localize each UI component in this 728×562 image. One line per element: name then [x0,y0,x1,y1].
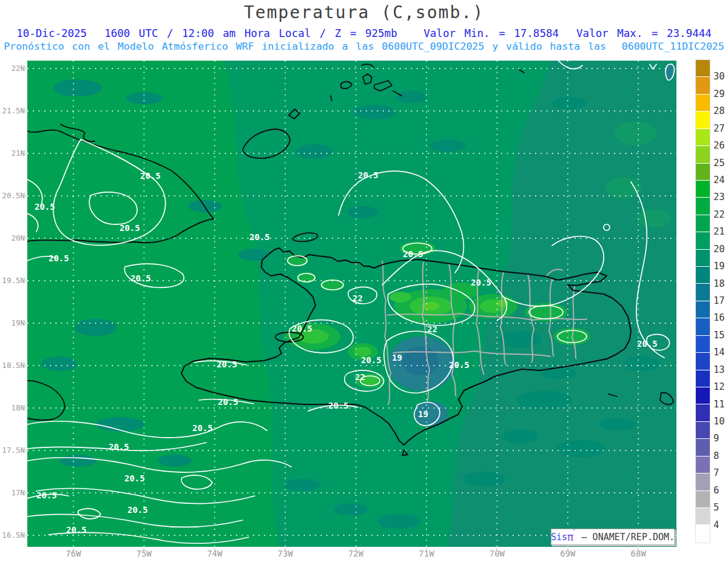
contour-label: 20.5 [130,273,151,283]
lon-tick-dots [496,546,497,550]
contour-label: 20.5 [192,423,213,433]
colorbar-tick-label: 14 [713,347,725,358]
colorbar-tick-label: 28 [713,105,725,116]
lon-tick-label: 72W [348,549,363,558]
contour-label: 20.5 [127,505,148,515]
contour-label: 19 [392,353,402,363]
contour-label: 20.5 [328,401,349,410]
colorbar-tick-label: 7 [713,467,719,478]
contour-label: 20.5 [403,249,423,259]
sis-logo-text: Sis [551,532,567,543]
contour-label: 20.5 [124,473,145,483]
colorbar-segment [696,301,710,318]
subtitle-model-info: Pronóstico con el Modelo Atmósferico WRF… [0,41,728,52]
lon-tick-label: 70W [490,549,505,558]
contour-label: 20.5 [36,490,57,500]
lon-tick-dots [426,546,427,550]
colorbar-tick-label: 5 [713,502,719,513]
colorbar-tick-label: 10 [713,416,725,427]
lat-tick-dots [21,492,27,493]
lat-tick-dots [21,450,27,451]
lon-tick-dots [567,546,568,550]
page-title: Temperatura (C,somb.) [0,2,728,22]
colorbar-segment [696,457,710,473]
lon-tick-dots [143,546,144,550]
contour-label: 20.5 [249,232,270,242]
colorbar-segment [696,129,710,146]
colorbar-tick-label: 20 [713,244,725,255]
colorbar-tick-label: 22 [713,209,725,220]
contour-label: 20.5 [109,442,129,452]
contour-label: 20.5 [66,525,87,535]
colorbar-tick-label: 21 [713,226,725,237]
colorbar-segment [696,198,710,215]
contour-label: 22 [427,324,437,334]
lat-tick-dots [21,280,27,281]
colorbar-segment [696,525,710,542]
lon-tick-label: 74W [207,549,222,558]
colorbar-tick-label: 23 [713,192,725,202]
colorbar-tick-label: 12 [713,381,725,392]
lat-tick-dots [21,68,27,69]
colorbar-segment [696,491,710,508]
lat-tick-dots [21,407,27,409]
colorbar-segment [696,422,710,439]
colorbar-segment [696,439,710,456]
contour-label: 20.5 [471,278,491,287]
lon-tick-dots [214,546,215,550]
lon-tick-dots [285,546,286,550]
colorbar-segment [696,215,710,232]
colorbar-tick-label: 11 [713,399,725,410]
colorbar-tick-label: 29 [713,89,725,99]
colorbar-tick-label: 27 [713,123,725,134]
subtitle-validtime: 10-Dic-2025 1600 UTC / 12:00 am Hora Loc… [0,27,728,39]
colorbar-segment [696,112,710,129]
lon-tick-label: 75W [136,549,152,558]
contour-label: 20.5 [217,360,237,369]
colorbar-tick-label: 19 [713,261,725,272]
contour-label: 20.5 [140,171,161,181]
colorbar-segment [696,164,710,181]
colorbar-segment [696,181,710,198]
colorbar-segment [696,77,710,94]
lat-tick-dots [21,535,27,536]
colorbar-tick-label: 18 [713,278,725,289]
weather-map-page: Temperatura (C,somb.) 10-Dic-2025 1600 U… [0,0,728,562]
contour-label: 20.5 [292,324,312,333]
colorbar [695,59,710,543]
colorbar-segment [696,232,710,249]
colorbar-segment [696,473,710,490]
contour-label: 20.5 [120,223,140,233]
contour-label: 20.5 [218,397,238,407]
colorbar-tick-label: 16 [713,312,725,323]
colorbar-segment [696,404,710,421]
lat-tick-dots [21,110,27,112]
lat-tick-dots [21,153,27,154]
lon-tick-dots [638,546,639,550]
colorbar-segment [696,353,710,370]
contour-label: 22 [355,372,365,382]
colorbar-tick-label: 25 [713,158,725,169]
lon-tick-dots [73,546,74,550]
lat-tick-dots [21,323,27,324]
contour-label: 20.5 [49,253,69,263]
lon-tick-dots [356,546,357,550]
colorbar-tick-label: 30 [713,71,725,82]
lat-tick-dots [21,195,27,196]
colorbar-tick-label: 26 [713,140,725,151]
contour-label: 20.5 [449,360,470,370]
colorbar-tick-label: 9 [713,433,719,444]
lat-tick-dots [21,238,27,239]
colorbar-segment [696,146,710,163]
colorbar-segment [696,267,710,284]
colorbar-segment [696,387,710,404]
colorbar-segment [696,336,710,353]
colorbar-segment [696,250,710,267]
contour-label: 20.5 [35,202,55,212]
colorbar-tick-label: 24 [713,175,725,186]
lon-tick-label: 76W [66,549,81,558]
colorbar-segment [696,284,710,301]
contour-label: 20.5 [637,339,658,349]
colorbar-tick-label: 8 [713,450,719,461]
attribution-box: Sisπ´ – ONAMET/REP.DOM. [551,529,675,545]
